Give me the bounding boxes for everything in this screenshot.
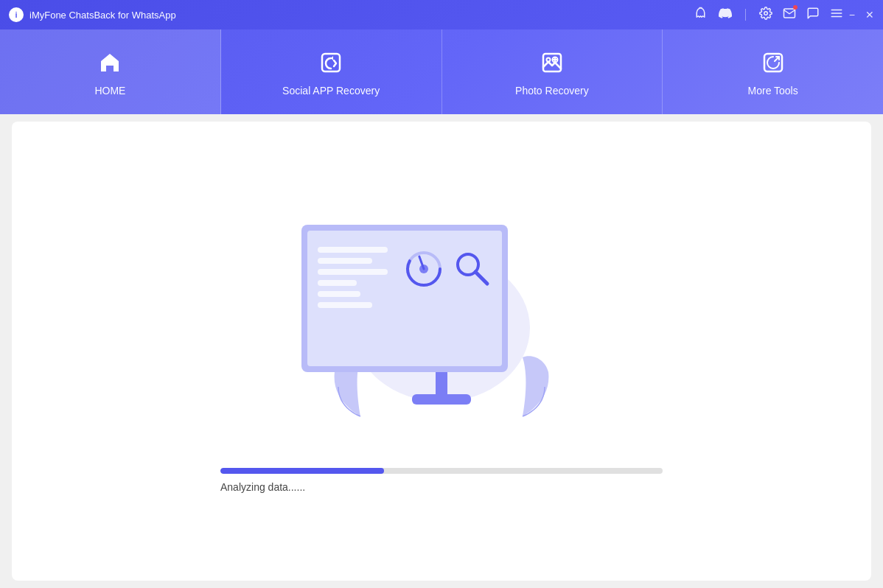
minimize-button[interactable]: −: [849, 9, 855, 21]
ghost-icon[interactable]: [695, 7, 708, 23]
more-tools-icon: [758, 48, 788, 77]
nav-item-photo-recovery[interactable]: Photo Recovery: [442, 29, 663, 114]
monitor-stand-base: [412, 394, 471, 405]
screen-icons: [403, 248, 492, 290]
discord-icon[interactable]: [719, 7, 732, 23]
close-button[interactable]: ✕: [865, 9, 874, 21]
screen-line-1: [318, 247, 388, 253]
main-content: Analyzing data......: [12, 122, 871, 581]
mail-icon[interactable]: [783, 7, 796, 23]
screen-line-4: [318, 280, 357, 286]
svg-rect-5: [543, 54, 561, 71]
app-logo: i: [9, 7, 24, 22]
settings-icon[interactable]: [759, 7, 772, 23]
svg-point-17: [461, 258, 475, 271]
progress-container: Analyzing data......: [220, 468, 663, 493]
nav-label-home: HOME: [94, 85, 125, 97]
monitor-screen: [307, 231, 502, 366]
social-app-recovery-icon: [316, 48, 346, 77]
titlebar: i iMyFone ChatsBack for WhatsApp: [0, 0, 883, 29]
window-controls: − ✕: [849, 9, 874, 21]
nav-label-more-tools: More Tools: [748, 85, 798, 97]
titlebar-divider: [745, 9, 746, 21]
progress-bar-fill: [220, 468, 384, 474]
home-icon: [95, 48, 125, 77]
nav-item-home[interactable]: HOME: [0, 29, 221, 114]
magnify-icon: [453, 250, 492, 288]
nav-label-social-app-recovery: Social APP Recovery: [282, 85, 380, 97]
nav-item-social-app-recovery[interactable]: Social APP Recovery: [221, 29, 442, 114]
chat-icon[interactable]: [806, 7, 820, 23]
monitor-frame: [301, 225, 508, 372]
photo-recovery-icon: [537, 48, 567, 77]
logo-letter: i: [15, 10, 17, 19]
gauge-chart-icon: [403, 248, 444, 290]
svg-point-0: [764, 12, 768, 15]
menu-icon[interactable]: [830, 7, 843, 23]
monitor-stand-neck: [436, 372, 447, 394]
screen-line-3: [318, 269, 388, 275]
progress-bar-track: [220, 468, 663, 474]
progress-label: Analyzing data......: [220, 481, 663, 493]
navbar: HOME Social APP Recovery Photo Rec: [0, 29, 883, 114]
app-title: iMyFone ChatsBack for WhatsApp: [29, 10, 695, 21]
monitor: [301, 225, 582, 405]
illustration: [301, 210, 582, 446]
screen-line-6: [318, 302, 372, 308]
screen-line-5: [318, 291, 360, 297]
svg-line-18: [475, 272, 487, 284]
nav-label-photo-recovery: Photo Recovery: [515, 85, 589, 97]
screen-line-2: [318, 258, 372, 264]
titlebar-icon-group: [695, 7, 843, 23]
screen-lines: [318, 247, 396, 308]
nav-item-more-tools[interactable]: More Tools: [663, 29, 883, 114]
